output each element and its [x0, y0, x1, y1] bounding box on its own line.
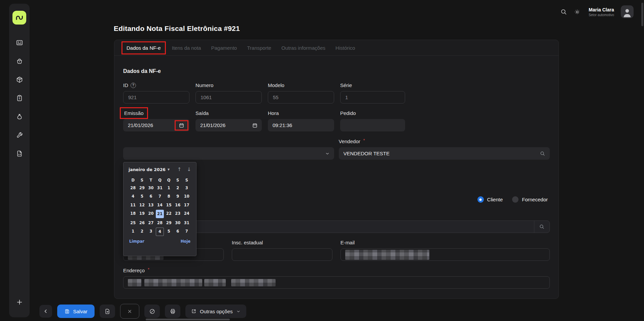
sidebar-item-finance[interactable] — [15, 113, 24, 121]
radio-option[interactable]: Cliente — [477, 196, 503, 203]
sidebar-item-contacts[interactable] — [15, 39, 24, 47]
tab[interactable]: Transporte — [247, 45, 271, 51]
id-input[interactable] — [123, 94, 189, 100]
saida-date-input[interactable] — [195, 122, 262, 128]
insc-estadual-input[interactable] — [232, 252, 332, 257]
email-input[interactable] — [341, 248, 550, 261]
calendar-day[interactable]: 24 — [182, 209, 191, 218]
calendar-day[interactable]: 1 — [129, 227, 138, 236]
calendar-day[interactable]: 2 — [138, 227, 147, 236]
numero-input[interactable] — [196, 94, 261, 100]
calendar-day[interactable]: 6 — [146, 192, 155, 201]
calendar-today-link[interactable]: Hoje — [181, 239, 190, 244]
calendar-day[interactable]: 2 — [173, 184, 182, 192]
calendar-day[interactable]: 20 — [146, 209, 155, 218]
calendar-day[interactable]: 29 — [164, 218, 173, 227]
file-export-button[interactable] — [100, 305, 115, 318]
calendar-day[interactable]: 17 — [182, 201, 191, 209]
calendar-day[interactable]: 5 — [138, 192, 147, 201]
tab[interactable]: Itens da nota — [172, 45, 201, 51]
calendar-day[interactable]: 22 — [164, 209, 173, 218]
calendar-day[interactable]: 15 — [164, 201, 173, 209]
user-avatar[interactable] — [621, 5, 634, 18]
calendar-day[interactable]: 18 — [129, 209, 138, 218]
calendar-day[interactable]: 14 — [155, 201, 165, 209]
tab[interactable]: Outras informações — [281, 45, 325, 51]
calendar-day[interactable]: 30 — [146, 184, 155, 192]
calendar-day[interactable]: 4 — [156, 228, 164, 236]
horizontal-scrollbar-thumb[interactable] — [146, 319, 230, 320]
cancel-button[interactable] — [144, 305, 160, 318]
calendar-day[interactable]: 13 — [146, 201, 155, 209]
radio-option[interactable]: Fornecedor — [512, 196, 548, 203]
save-button[interactable]: Salvar — [57, 305, 95, 318]
calendar-month-selector[interactable]: janeiro de 2026 ▼ — [129, 167, 170, 172]
calendar-day[interactable]: 25 — [129, 218, 138, 227]
help-icon[interactable]: ? — [131, 83, 136, 88]
back-button[interactable] — [39, 305, 52, 318]
app-logo[interactable] — [12, 11, 26, 25]
sun-theme-icon[interactable] — [574, 9, 580, 15]
calendar-day[interactable]: 10 — [182, 192, 191, 201]
calendar-day[interactable]: 7 — [155, 192, 165, 201]
calendar-day[interactable]: 28 — [129, 184, 138, 192]
sidebar-item-fiscal-notes[interactable]: $ — [15, 94, 24, 102]
sidebar-item-orders[interactable] — [15, 57, 24, 65]
calendar-day[interactable]: 5 — [164, 227, 173, 236]
tab[interactable]: Dados da NF-e — [121, 41, 166, 54]
calendar-day[interactable]: 8 — [164, 192, 173, 201]
hora-input[interactable] — [268, 122, 334, 128]
hora-label: Hora — [268, 110, 334, 116]
sidebar-item-products[interactable] — [15, 76, 24, 84]
more-options-button[interactable]: Outras opções — [185, 305, 246, 318]
close-button[interactable] — [120, 304, 139, 319]
calendar-prev-arrow-icon[interactable]: ↑ — [177, 166, 182, 172]
calendar-icon[interactable] — [179, 123, 184, 128]
calendar-day[interactable]: 7 — [182, 227, 191, 236]
calendar-day[interactable]: 28 — [155, 218, 165, 227]
calendar-day[interactable]: 1 — [164, 184, 173, 192]
calendar-day[interactable]: 11 — [129, 201, 138, 209]
print-button[interactable] — [165, 305, 180, 318]
radio-label: Fornecedor — [522, 197, 548, 202]
tab[interactable]: Histórico — [335, 45, 355, 51]
sidebar-add-button[interactable] — [9, 298, 30, 306]
client-search-icon[interactable] — [534, 221, 549, 233]
vertical-scrollbar-thumb[interactable] — [641, 3, 643, 26]
calendar-day[interactable]: 26 — [138, 218, 147, 227]
user-menu[interactable]: Maria Clara Setor automotivo — [588, 7, 614, 17]
calendar-day[interactable]: 12 — [138, 201, 147, 209]
calendar-day[interactable]: 31 — [155, 184, 165, 192]
calendar-icon[interactable] — [252, 123, 257, 128]
search-icon[interactable] — [560, 8, 567, 15]
vendedor-input[interactable] — [339, 151, 550, 156]
calendar-day[interactable]: 6 — [173, 227, 182, 236]
calendar-day[interactable]: 29 — [138, 184, 147, 192]
calendar-next-arrow-icon[interactable]: ↓ — [187, 166, 191, 172]
endereco-input[interactable] — [123, 276, 550, 289]
calendar-day[interactable]: 27 — [146, 218, 155, 227]
operation-select[interactable] — [123, 147, 334, 160]
tab[interactable]: Pagamento — [211, 45, 237, 51]
calendar-day[interactable]: 3 — [146, 227, 155, 236]
serie-input[interactable] — [341, 94, 405, 100]
calendar-day[interactable]: 16 — [173, 201, 182, 209]
operation-select-value[interactable] — [123, 151, 334, 156]
wrench-icon — [16, 131, 23, 139]
calendar-day[interactable]: 9 — [173, 192, 182, 201]
modelo-input[interactable] — [268, 94, 334, 100]
calendar-day[interactable]: 3 — [182, 184, 191, 192]
calendar-weekday: T — [146, 177, 155, 184]
calendar-day[interactable]: 31 — [182, 218, 191, 227]
sidebar-item-tools[interactable] — [15, 131, 24, 139]
pedido-input[interactable] — [340, 122, 405, 128]
calendar-day[interactable]: 23 — [173, 209, 182, 218]
calendar-day[interactable]: 19 — [138, 209, 147, 218]
user-role: Setor automotivo — [588, 13, 614, 17]
calendar-day[interactable]: 30 — [173, 218, 182, 227]
calendar-clear-link[interactable]: Limpar — [129, 239, 144, 244]
calendar-day[interactable]: 4 — [129, 192, 138, 201]
vendedor-search-icon[interactable] — [540, 151, 545, 156]
sidebar-item-reports[interactable] — [15, 150, 24, 158]
calendar-day[interactable]: 21 — [156, 210, 164, 218]
